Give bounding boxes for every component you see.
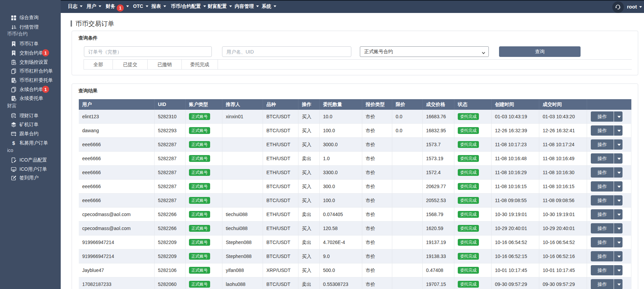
svg-text:$: $ (12, 140, 15, 146)
